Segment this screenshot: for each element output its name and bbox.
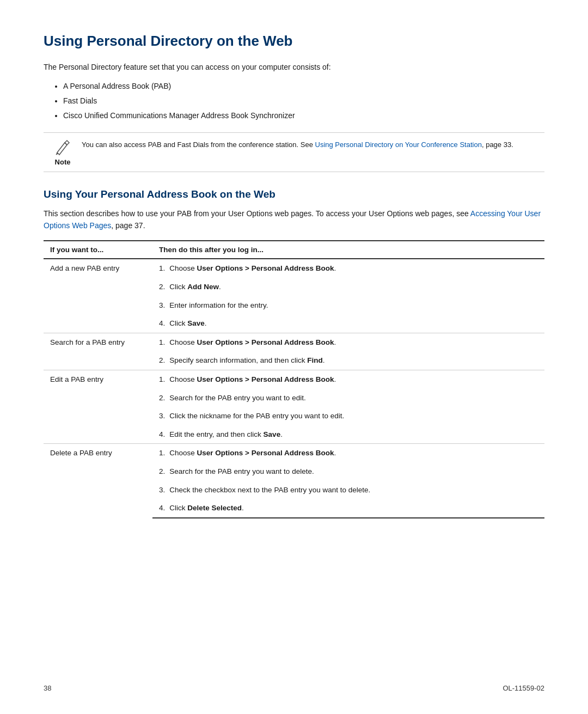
bold-instruction: User Options > Personal Address Book bbox=[197, 375, 334, 383]
bold-instruction: Add New bbox=[187, 283, 219, 291]
note-label: Note bbox=[55, 158, 71, 166]
action-cell: Search for a PAB entry bbox=[44, 333, 152, 370]
bold-instruction: Find bbox=[307, 356, 323, 364]
col2-header: Then do this after you log in... bbox=[152, 241, 544, 259]
step-number: 2. bbox=[159, 394, 165, 402]
step-number: 4. bbox=[159, 430, 165, 438]
table-row: Delete a PAB entry1.Choose User Options … bbox=[44, 444, 544, 462]
step-cell: 1.Choose User Options > Personal Address… bbox=[152, 444, 544, 462]
action-cell: Delete a PAB entry bbox=[44, 444, 152, 518]
step-cell: 1.Choose User Options > Personal Address… bbox=[152, 333, 544, 351]
step-number: 1. bbox=[159, 338, 165, 346]
step-number: 2. bbox=[159, 356, 165, 364]
bold-instruction: User Options > Personal Address Book bbox=[197, 449, 334, 457]
step-cell: 2.Search for the PAB entry you want to d… bbox=[152, 462, 544, 481]
table-row: Edit a PAB entry1.Choose User Options > … bbox=[44, 370, 544, 388]
note-icon-area: Note bbox=[44, 138, 82, 166]
step-cell: 3.Enter information for the entry. bbox=[152, 296, 544, 315]
step-cell: 1.Choose User Options > Personal Address… bbox=[152, 259, 544, 278]
step-cell: 2.Search for the PAB entry you want to e… bbox=[152, 389, 544, 407]
feature-list: A Personal Address Book (PAB) Fast Dials… bbox=[63, 81, 544, 121]
col1-header: If you want to... bbox=[44, 241, 152, 259]
pencil-icon bbox=[54, 138, 71, 156]
intro-paragraph: The Personal Directory feature set that … bbox=[44, 62, 544, 73]
step-number: 1. bbox=[159, 264, 165, 272]
step-number: 4. bbox=[159, 504, 165, 512]
step-cell: 4.Click Save. bbox=[152, 314, 544, 333]
section-intro: This section describes how to use your P… bbox=[44, 208, 544, 231]
page-title: Using Personal Directory on the Web bbox=[44, 33, 544, 50]
step-cell: 4.Edit the entry, and then click Save. bbox=[152, 425, 544, 444]
step-cell: 4.Click Delete Selected. bbox=[152, 499, 544, 518]
bold-instruction: Save bbox=[264, 430, 281, 438]
step-number: 4. bbox=[159, 319, 165, 327]
bold-instruction: Save bbox=[187, 319, 205, 327]
table-row: Add a new PAB entry1.Choose User Options… bbox=[44, 259, 544, 278]
step-cell: 3.Check the checkbox next to the PAB ent… bbox=[152, 481, 544, 499]
note-link[interactable]: Using Personal Directory on Your Confere… bbox=[315, 141, 482, 149]
bullet-item-3: Cisco Unified Communications Manager Add… bbox=[63, 110, 544, 121]
bullet-item-1: A Personal Address Book (PAB) bbox=[63, 81, 544, 92]
step-number: 3. bbox=[159, 412, 165, 420]
step-number: 1. bbox=[159, 449, 165, 457]
bold-instruction: User Options > Personal Address Book bbox=[197, 264, 334, 272]
step-cell: 1.Choose User Options > Personal Address… bbox=[152, 370, 544, 388]
footer: 38 OL-11559-02 bbox=[44, 684, 544, 692]
step-cell: 2.Click Add New. bbox=[152, 278, 544, 296]
step-number: 2. bbox=[159, 467, 165, 475]
step-cell: 2.Specify search information, and then c… bbox=[152, 351, 544, 370]
bullet-item-2: Fast Dials bbox=[63, 95, 544, 107]
step-number: 1. bbox=[159, 375, 165, 383]
bold-instruction: User Options > Personal Address Book bbox=[197, 338, 334, 346]
action-cell: Edit a PAB entry bbox=[44, 370, 152, 443]
note-box: Note You can also access PAB and Fast Di… bbox=[44, 132, 544, 172]
step-number: 3. bbox=[159, 486, 165, 494]
step-number: 3. bbox=[159, 301, 165, 309]
doc-number: OL-11559-02 bbox=[503, 684, 544, 692]
instructions-table: If you want to... Then do this after you… bbox=[44, 240, 544, 518]
table-row: Search for a PAB entry1.Choose User Opti… bbox=[44, 333, 544, 351]
step-number: 2. bbox=[159, 283, 165, 291]
page-number: 38 bbox=[44, 684, 51, 692]
action-cell: Add a new PAB entry bbox=[44, 259, 152, 333]
step-cell: 3.Click the nickname for the PAB entry y… bbox=[152, 407, 544, 425]
section-title: Using Your Personal Address Book on the … bbox=[44, 188, 544, 200]
bold-instruction: Delete Selected bbox=[187, 504, 242, 512]
note-text: You can also access PAB and Fast Dials f… bbox=[82, 138, 544, 150]
